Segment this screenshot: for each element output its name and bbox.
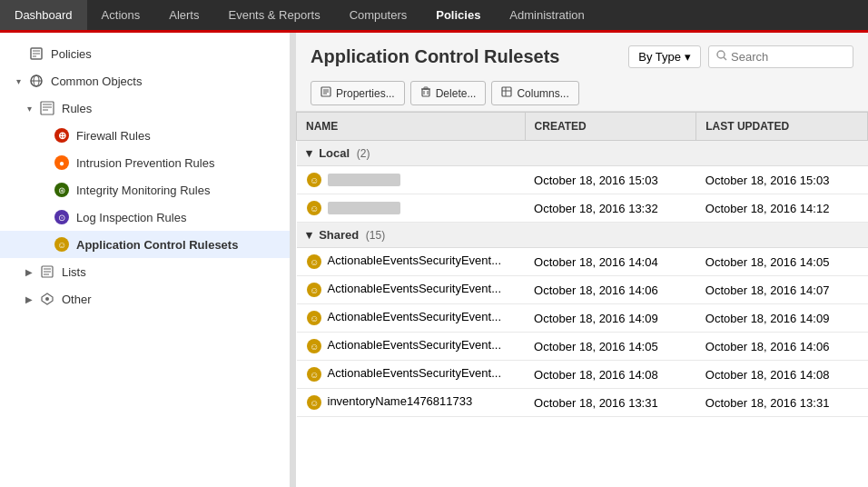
app-icon: ☺ — [53, 235, 71, 253]
sidebar-item-intrusion-prevention[interactable]: ● Intrusion Prevention Rules — [0, 149, 290, 176]
sidebar-item-common-objects[interactable]: ▾ Common Objects — [0, 67, 290, 94]
cell-last-updated: October 18, 2016 14:08 — [696, 361, 868, 389]
sidebar-lists-label: Lists — [62, 265, 86, 279]
nav-computers[interactable]: Computers — [335, 0, 422, 30]
properties-button[interactable]: Properties... — [311, 81, 405, 105]
fw-toggle-spacer — [36, 131, 51, 141]
row-icon: ☺ — [306, 394, 328, 408]
nav-alerts[interactable]: Alerts — [154, 0, 213, 30]
cell-name: ☺ — [297, 194, 526, 223]
svg-point-27 — [717, 51, 725, 58]
blurred-name — [328, 174, 400, 186]
columns-icon — [501, 86, 512, 100]
cell-last-updated: October 18, 2016 14:09 — [696, 304, 868, 333]
cell-created: October 18, 2016 14:09 — [525, 304, 696, 333]
sidebar-item-log-inspection[interactable]: ⊙ Log Inspection Rules — [0, 204, 290, 231]
im-toggle-spacer — [36, 185, 51, 195]
group-count: (15) — [366, 229, 385, 242]
sidebar-app-control-label: Application Control Rulesets — [76, 238, 238, 252]
svg-text:☺: ☺ — [309, 285, 318, 295]
cell-last-updated: October 18, 2016 13:31 — [696, 389, 868, 417]
svg-text:☺: ☺ — [309, 204, 318, 214]
row-name-text: ActionableEventsSecurityEvent... — [328, 253, 502, 267]
group-count: (2) — [357, 147, 370, 160]
page-title: Application Control Rulesets — [311, 46, 559, 67]
cell-created: October 18, 2016 14:05 — [525, 333, 696, 361]
row-icon: ☺ — [306, 172, 328, 185]
nav-actions[interactable]: Actions — [87, 0, 155, 30]
table-row[interactable]: ☺ActionableEventsSecurityEvent...October… — [297, 304, 868, 333]
row-icon: ☺ — [306, 310, 328, 323]
sidebar-item-lists[interactable]: ▶ Lists — [0, 258, 290, 285]
cell-created: October 18, 2016 15:03 — [525, 166, 696, 194]
sidebar-item-policies[interactable]: Policies — [0, 40, 290, 67]
svg-text:☺: ☺ — [309, 175, 318, 185]
delete-button[interactable]: Delete... — [410, 81, 487, 105]
table-row[interactable]: ☺ActionableEventsSecurityEvent...October… — [297, 333, 868, 361]
cell-last-updated: October 18, 2016 14:12 — [696, 194, 868, 223]
table-row[interactable]: ☺ActionableEventsSecurityEvent...October… — [297, 361, 868, 389]
group-row[interactable]: ▾ Shared (15) — [297, 223, 868, 248]
policy-icon — [27, 45, 45, 63]
group-name: Shared — [319, 228, 359, 242]
table-row[interactable]: ☺ActionableEventsSecurityEvent...October… — [297, 276, 868, 304]
blurred-name — [328, 202, 400, 214]
columns-label: Columns... — [517, 87, 568, 100]
intrusion-icon: ● — [53, 154, 71, 172]
sidebar-item-other[interactable]: ▶ Other — [0, 285, 290, 313]
col-last-updated[interactable]: LAST UPDATED — [696, 113, 868, 141]
search-input[interactable] — [731, 50, 840, 64]
svg-line-28 — [724, 57, 726, 60]
sidebar-item-rules[interactable]: ▾ Rules — [0, 94, 290, 122]
svg-text:☺: ☺ — [309, 398, 318, 408]
by-type-dropdown[interactable]: By Type ▾ — [628, 45, 701, 68]
cell-name: ☺ActionableEventsSecurityEvent... — [297, 304, 526, 333]
cell-name: ☺ActionableEventsSecurityEvent... — [297, 361, 526, 389]
table-row[interactable]: ☺ActionableEventsSecurityEvent...October… — [297, 248, 868, 276]
firewall-icon: ⊕ — [53, 126, 71, 144]
sidebar: Policies ▾ Common Objects ▾ Rules ⊕ Fire… — [0, 33, 291, 487]
common-objects-toggle[interactable]: ▾ — [11, 76, 25, 86]
row-name-text: ActionableEventsSecurityEvent... — [328, 338, 502, 352]
cell-name: ☺ActionableEventsSecurityEvent... — [297, 248, 526, 276]
svg-text:☺: ☺ — [309, 257, 318, 267]
table-row[interactable]: ☺ October 18, 2016 15:03October 18, 2016… — [297, 166, 868, 194]
cell-last-updated: October 18, 2016 14:06 — [696, 333, 868, 361]
ac-toggle-spacer — [36, 240, 51, 250]
cell-last-updated: October 18, 2016 14:05 — [696, 248, 868, 276]
sidebar-intrusion-label: Intrusion Prevention Rules — [76, 156, 214, 170]
sidebar-item-integrity-monitoring[interactable]: ⊛ Integrity Monitoring Rules — [0, 176, 290, 204]
svg-text:☺: ☺ — [57, 240, 66, 250]
sidebar-item-firewall-rules[interactable]: ⊕ Firewall Rules — [0, 122, 290, 149]
nav-administration[interactable]: Administration — [495, 0, 598, 30]
lists-toggle[interactable]: ▶ — [22, 267, 36, 277]
table-row[interactable]: ☺ October 18, 2016 13:32October 18, 2016… — [297, 194, 868, 223]
search-icon — [716, 50, 727, 64]
group-toggle[interactable]: ▾ — [306, 146, 312, 160]
table-wrapper[interactable]: NAME CREATED LAST UPDATED ▾ Local (2) ☺ … — [296, 111, 868, 487]
nav-events-reports[interactable]: Events & Reports — [213, 0, 334, 30]
sidebar-other-label: Other — [62, 293, 92, 306]
table-row[interactable]: ☺inventoryName1476811733October 18, 2016… — [297, 389, 868, 417]
sidebar-item-app-control[interactable]: ☺ Application Control Rulesets — [0, 231, 290, 258]
rules-toggle[interactable]: ▾ — [22, 104, 36, 114]
group-toggle[interactable]: ▾ — [306, 228, 312, 242]
svg-rect-7 — [41, 102, 54, 114]
toggle-spacer — [11, 49, 25, 59]
row-name-text: ActionableEventsSecurityEvent... — [328, 366, 502, 380]
other-toggle[interactable]: ▶ — [22, 294, 36, 304]
row-name-text: ActionableEventsSecurityEvent... — [328, 282, 502, 295]
col-created[interactable]: CREATED — [525, 113, 696, 141]
svg-text:⊛: ⊛ — [58, 185, 65, 195]
top-nav: Dashboard Actions Alerts Events & Report… — [0, 0, 868, 33]
nav-policies[interactable]: Policies — [421, 0, 495, 30]
col-name[interactable]: NAME — [297, 113, 526, 141]
cell-created: October 18, 2016 14:08 — [525, 361, 696, 389]
group-row[interactable]: ▾ Local (2) — [297, 141, 868, 166]
svg-text:⊕: ⊕ — [58, 130, 66, 141]
log-icon: ⊙ — [53, 208, 71, 226]
row-icon: ☺ — [306, 200, 328, 214]
data-table: NAME CREATED LAST UPDATED ▾ Local (2) ☺ … — [296, 112, 868, 417]
nav-dashboard[interactable]: Dashboard — [0, 0, 87, 30]
columns-button[interactable]: Columns... — [491, 81, 578, 105]
